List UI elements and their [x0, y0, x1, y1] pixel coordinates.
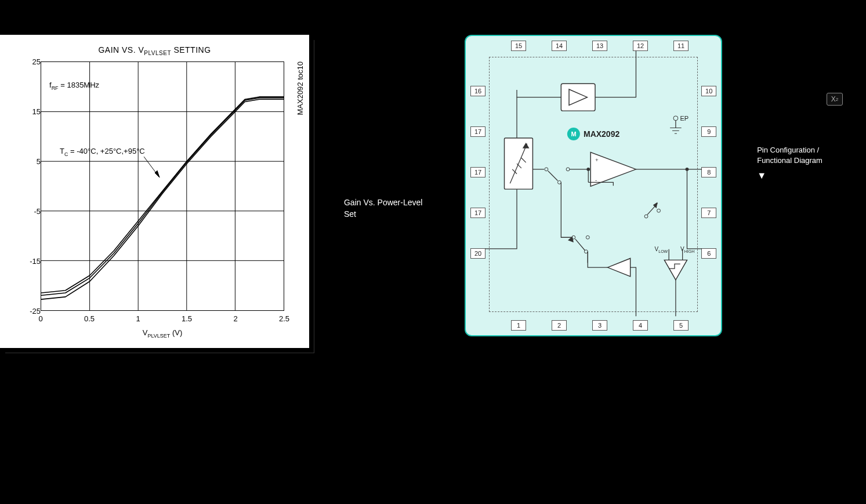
gain-chart-panel: GAIN (dB) GAIN VS. VPLVLSET SETTING MAX2… [0, 35, 309, 348]
svg-point-16 [557, 180, 561, 184]
superscript-tool-button[interactable]: X2 [827, 93, 843, 106]
svg-point-23 [644, 215, 648, 218]
chart-caption: Gain Vs. Power-Level Set [344, 35, 430, 220]
x-axis-label: VPLVLSET (V) [41, 328, 284, 339]
svg-point-17 [566, 168, 570, 171]
svg-marker-31 [664, 260, 687, 280]
annot-frf: fRF = 1835MHz [49, 81, 99, 91]
svg-point-28 [584, 250, 588, 253]
y-ticks: 25 15 5 -5 -15 -25 [19, 61, 41, 311]
svg-point-24 [657, 209, 661, 212]
svg-marker-30 [608, 258, 631, 276]
svg-point-27 [586, 235, 589, 239]
svg-point-32 [673, 116, 678, 121]
block-diagram-svg: + - [466, 36, 721, 331]
dropdown-arrow-icon[interactable]: ▼ [757, 166, 766, 182]
svg-point-15 [545, 168, 548, 171]
annot-tc: TC = -40°C, +25°C,+95°C [60, 147, 145, 157]
chart-plot-area: fRF = 1835MHz TC = -40°C, +25°C,+95°C [41, 61, 284, 311]
chart-toc-label: MAX2092 toc10 [296, 61, 305, 115]
pin-diagram-panel: 15 14 13 12 11 10 9 8 7 6 1 2 3 4 5 16 1… [465, 35, 722, 336]
svg-marker-9 [155, 171, 160, 177]
svg-text:+: + [595, 157, 599, 163]
x-ticks: 0 0.5 1 1.5 2 2.5 [41, 314, 284, 326]
diagram-caption-text: Pin Configuration / Functional Diagram [757, 146, 822, 165]
chart-title: GAIN VS. VPLVLSET SETTING [0, 45, 309, 56]
diagram-caption-block[interactable]: Pin Configuration / Functional Diagram ▼ [757, 35, 854, 183]
